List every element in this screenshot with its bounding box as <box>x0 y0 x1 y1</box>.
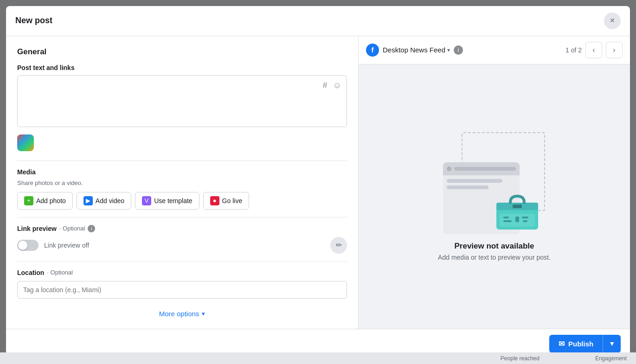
mock-card-header <box>443 162 520 175</box>
go-live-button[interactable]: ● Go live <box>203 192 250 210</box>
mock-line-2 <box>447 185 488 189</box>
preview-empty-state: Preview not available Add media or text … <box>438 132 551 261</box>
use-template-button[interactable]: V Use template <box>135 192 199 210</box>
toolbox-svg <box>494 188 540 230</box>
modal-title: New post <box>15 16 52 26</box>
link-preview-toggle[interactable] <box>17 240 39 251</box>
location-label: Location <box>17 269 44 276</box>
mock-address-bar <box>454 167 516 171</box>
media-label: Media <box>17 168 347 176</box>
bottom-bar: People reached Engagement <box>0 352 636 364</box>
location-input[interactable] <box>17 281 347 299</box>
preview-unavailable-title: Preview not available <box>438 242 551 251</box>
left-panel: General Post text and links # ☺ <box>6 36 359 329</box>
engagement-label: Engagement <box>595 355 627 362</box>
mock-line-1 <box>447 179 502 183</box>
toolbox-illustration <box>494 188 540 230</box>
add-video-icon: ▶ <box>84 196 93 205</box>
add-video-label: Add video <box>96 197 124 204</box>
preview-not-available: Preview not available Add media or text … <box>438 242 551 261</box>
modal-header: New post × <box>6 6 630 36</box>
preview-pagination: 1 of 2 ‹ › <box>565 42 623 58</box>
toolbox-handle <box>510 196 524 203</box>
tool-1 <box>503 217 509 218</box>
chevron-left-icon: ‹ <box>592 46 595 54</box>
text-style-icon[interactable] <box>17 134 34 151</box>
publish-button-group: ✉ Publish ▼ <box>549 335 621 353</box>
next-preview-button[interactable]: › <box>606 42 623 58</box>
tool-5 <box>523 220 527 222</box>
preview-illustration <box>443 132 545 234</box>
toggle-slider <box>17 240 39 251</box>
add-photo-label: Add photo <box>36 197 66 204</box>
modal-body: General Post text and links # ☺ <box>6 36 630 329</box>
hashtag-button[interactable]: # <box>322 80 328 91</box>
media-buttons-group: + Add photo ▶ Add video V Use template <box>17 192 347 210</box>
divider-2 <box>17 217 347 217</box>
right-panel: f Desktop News Feed ▾ i 1 of 2 ‹ › <box>359 36 630 329</box>
preview-info-icon[interactable]: i <box>454 45 463 55</box>
preview-toolbar: f Desktop News Feed ▾ i 1 of 2 ‹ › <box>359 36 630 64</box>
publish-dropdown-button[interactable]: ▼ <box>603 335 621 353</box>
post-text-input[interactable] <box>17 75 347 127</box>
media-subtitle: Share photos or a video. <box>17 179 347 186</box>
publish-arrow-icon: ▼ <box>609 340 615 347</box>
go-live-label: Go live <box>222 197 243 204</box>
textarea-wrapper: # ☺ <box>17 75 347 129</box>
preview-placement-label: Desktop News Feed <box>383 46 445 54</box>
add-photo-icon: + <box>24 196 33 205</box>
chevron-right-icon: › <box>613 46 615 54</box>
publish-label: Publish <box>568 340 593 348</box>
preview-content-area: Preview not available Add media or text … <box>359 64 630 329</box>
link-preview-section: Link preview · Optional i Link preview o… <box>17 225 347 254</box>
publish-main-button[interactable]: ✉ Publish <box>549 335 603 353</box>
link-preview-label: Link preview <box>17 225 57 232</box>
link-preview-row: Link preview off ✏ <box>17 237 347 254</box>
preview-placement-dropdown[interactable]: Desktop News Feed ▾ <box>383 46 450 54</box>
add-video-button[interactable]: ▶ Add video <box>77 192 131 210</box>
divider-3 <box>17 261 347 262</box>
media-section: Media Share photos or a video. + Add pho… <box>17 168 347 210</box>
tool-3 <box>515 217 519 222</box>
preview-dropdown-arrow-icon: ▾ <box>447 47 450 53</box>
more-options-button[interactable]: More options ▾ <box>17 306 347 321</box>
page-count: 1 of 2 <box>565 46 582 54</box>
emoji-button[interactable]: ☺ <box>332 80 342 91</box>
live-icon: ● <box>210 196 219 205</box>
location-label-row: Location · Optional <box>17 269 347 276</box>
section-general-title: General <box>17 47 347 57</box>
tool-4 <box>522 217 528 218</box>
link-preview-optional: · Optional <box>59 225 85 232</box>
link-preview-label-row: Link preview · Optional i <box>17 225 347 232</box>
tool-2 <box>503 220 512 222</box>
location-section: Location · Optional <box>17 269 347 299</box>
more-options-chevron-icon: ▾ <box>202 310 205 317</box>
close-button[interactable]: × <box>604 13 621 29</box>
prev-preview-button[interactable]: ‹ <box>585 42 602 58</box>
new-post-modal: New post × General Post text and links #… <box>6 6 630 358</box>
link-preview-off-label: Link preview off <box>44 242 325 249</box>
link-preview-info-icon[interactable]: i <box>88 225 95 232</box>
facebook-icon: f <box>366 44 379 57</box>
toolbox-latch <box>513 204 522 208</box>
link-preview-edit-button[interactable]: ✏ <box>330 237 347 254</box>
use-template-label: Use template <box>154 197 192 204</box>
preview-unavailable-subtitle: Add media or text to preview your post. <box>438 254 551 261</box>
mock-dot-1 <box>447 166 451 171</box>
modal-overlay: New post × General Post text and links #… <box>0 0 636 364</box>
textarea-icon-group: # ☺ <box>322 80 342 91</box>
more-options-label: More options <box>159 310 199 318</box>
send-icon: ✉ <box>559 339 565 348</box>
post-text-label: Post text and links <box>17 64 347 71</box>
add-photo-button[interactable]: + Add photo <box>17 192 73 210</box>
location-optional: · Optional <box>47 269 73 276</box>
template-icon: V <box>142 196 151 205</box>
divider-1 <box>17 160 347 161</box>
people-reached-label: People reached <box>501 355 540 362</box>
style-icon-wrapper <box>17 134 347 153</box>
